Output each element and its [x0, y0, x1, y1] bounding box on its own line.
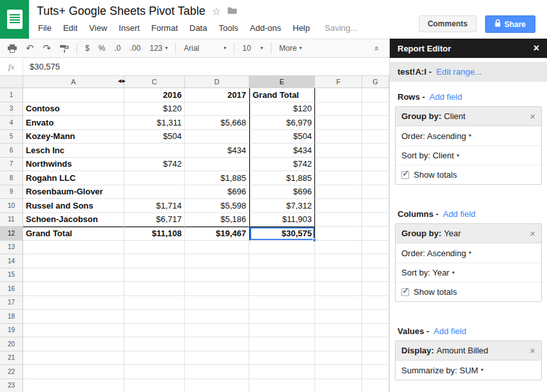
cell-D11[interactable]: $5,186	[185, 213, 249, 227]
rows-add-field-link[interactable]: Add field	[430, 92, 463, 102]
formula-input[interactable]: $30,575	[23, 58, 60, 75]
cell-A4[interactable]: Envato	[23, 116, 124, 130]
cell-E21[interactable]	[249, 351, 315, 366]
cell-D17[interactable]	[185, 296, 249, 310]
cell-E5[interactable]: $504	[249, 130, 315, 144]
cell-G9[interactable]	[362, 185, 389, 200]
cell-C5[interactable]: $504	[124, 130, 185, 144]
cell-C12[interactable]: $11,108	[124, 227, 185, 241]
cell-D23[interactable]	[185, 379, 249, 392]
increase-decimal-button[interactable]: .00	[126, 41, 146, 56]
cell-E3[interactable]: $120	[249, 102, 315, 117]
cell-F10[interactable]	[315, 199, 362, 213]
cell-D10[interactable]: $5,598	[185, 199, 249, 213]
menu-insert[interactable]: Insert	[113, 21, 146, 35]
cell-E22[interactable]	[249, 365, 315, 379]
columns-order-dropdown[interactable]: Order: Ascending ▾	[396, 243, 541, 263]
cell-C20[interactable]	[124, 337, 185, 351]
rows-sort-dropdown[interactable]: Sort by: Client ▾	[396, 145, 541, 165]
cell-G4[interactable]	[362, 116, 389, 130]
rows-order-dropdown[interactable]: Order: Ascending ▾	[396, 126, 541, 145]
cell-D7[interactable]	[185, 158, 249, 172]
collapse-toolbar-icon[interactable]: »	[371, 46, 381, 50]
cell-F18[interactable]	[315, 310, 362, 324]
cell-E16[interactable]	[249, 282, 315, 296]
fill-handle[interactable]	[312, 238, 316, 242]
menu-edit[interactable]: Edit	[57, 21, 83, 35]
checkbox-checked-icon[interactable]: ✓	[401, 171, 409, 179]
cell-F22[interactable]	[315, 365, 362, 379]
font-family-dropdown[interactable]: Arial ▾	[179, 41, 231, 56]
cell-A16[interactable]	[23, 282, 124, 296]
row-header-21[interactable]: 21	[0, 351, 23, 366]
undo-icon[interactable]: ↶	[21, 41, 39, 56]
cell-C10[interactable]: $1,714	[124, 199, 185, 213]
star-icon[interactable]: ☆	[212, 6, 221, 17]
cell-G17[interactable]	[362, 296, 389, 310]
menu-add-ons[interactable]: Add-ons	[244, 21, 287, 35]
row-header-17[interactable]: 17	[0, 296, 23, 310]
cell-A9[interactable]: Rosenbaum-Glover	[23, 185, 124, 200]
cell-A12[interactable]: Grand Total	[23, 227, 124, 241]
cell-D20[interactable]	[185, 337, 249, 351]
cell-A1[interactable]	[23, 88, 124, 102]
print-icon[interactable]	[3, 41, 21, 56]
cell-C13[interactable]	[124, 241, 185, 255]
columns-show-totals-row[interactable]: ✓ Show totals	[396, 282, 541, 301]
menu-format[interactable]: Format	[146, 21, 184, 35]
cell-F4[interactable]	[315, 116, 362, 130]
more-toolbar-dropdown[interactable]: More ▾	[274, 41, 306, 56]
column-header-g[interactable]: G	[362, 76, 389, 88]
cell-F19[interactable]	[315, 324, 362, 338]
cell-G16[interactable]	[362, 282, 389, 296]
cell-G12[interactable]	[362, 227, 389, 241]
cell-D9[interactable]: $696	[185, 185, 249, 200]
column-header-d[interactable]: D	[185, 76, 249, 88]
cell-G5[interactable]	[362, 130, 389, 144]
remove-rows-field-icon[interactable]: ×	[530, 111, 535, 121]
cell-E17[interactable]	[249, 296, 315, 310]
cell-C6[interactable]	[124, 144, 185, 158]
cell-G13[interactable]	[362, 241, 389, 255]
format-currency-button[interactable]: $	[81, 41, 94, 56]
cell-C21[interactable]	[124, 351, 185, 366]
columns-sort-dropdown[interactable]: Sort by: Year ▾	[396, 263, 541, 282]
cell-A21[interactable]	[23, 351, 124, 366]
cell-F23[interactable]	[315, 379, 362, 392]
cell-A17[interactable]	[23, 296, 124, 310]
cell-D6[interactable]: $434	[185, 144, 249, 158]
cell-G6[interactable]	[362, 144, 389, 158]
values-summarize-dropdown[interactable]: Summarize by: SUM ▾	[396, 360, 541, 380]
cell-F5[interactable]	[315, 130, 362, 144]
cell-C14[interactable]	[124, 254, 185, 268]
cell-A23[interactable]	[23, 379, 124, 392]
row-header-1[interactable]: 1	[0, 88, 23, 102]
cell-F6[interactable]	[315, 144, 362, 158]
cell-C23[interactable]	[124, 379, 185, 392]
cell-D5[interactable]	[185, 130, 249, 144]
cell-G22[interactable]	[362, 365, 389, 379]
row-header-14[interactable]: 14	[0, 254, 23, 268]
cell-F1[interactable]	[315, 88, 362, 102]
cell-E11[interactable]: $11,903	[249, 213, 315, 227]
document-title[interactable]: Tuts+ Google Sheets Pivot Table	[37, 5, 206, 18]
column-header-e[interactable]: E	[249, 76, 315, 88]
row-header-23[interactable]: 23	[0, 379, 23, 392]
row-header-12[interactable]: 12	[0, 227, 23, 241]
cell-G1[interactable]	[362, 88, 389, 102]
cell-E15[interactable]	[249, 268, 315, 283]
column-header-c[interactable]: C	[124, 76, 185, 88]
remove-values-field-icon[interactable]: ×	[530, 346, 535, 355]
row-header-18[interactable]: 18	[0, 310, 23, 324]
cell-E9[interactable]: $696	[249, 185, 315, 200]
cell-F12[interactable]	[315, 227, 362, 241]
cell-F3[interactable]	[315, 102, 362, 117]
cell-D16[interactable]	[185, 282, 249, 296]
redo-icon[interactable]: ↷	[39, 41, 56, 56]
cell-E23[interactable]	[249, 379, 315, 392]
cell-F21[interactable]	[315, 351, 362, 366]
cell-G11[interactable]	[362, 213, 389, 227]
row-header-16[interactable]: 16	[0, 282, 23, 296]
close-icon[interactable]: ×	[533, 43, 539, 53]
cell-D12[interactable]: $19,467	[185, 227, 249, 241]
